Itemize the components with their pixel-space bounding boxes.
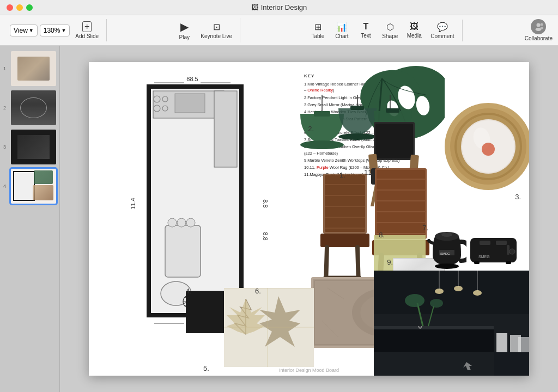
slide-num-3: 3 xyxy=(3,144,6,150)
title-bar-text: 🖼 Interior Design xyxy=(251,3,307,11)
slide-canvas[interactable]: 88.5 88.5 11.4 8.8 8.8 xyxy=(89,62,529,376)
window-controls xyxy=(7,4,33,11)
slide-panel[interactable]: 1 2 3 4 xyxy=(0,46,60,392)
play-group: ▶ Play ⊡ Keynote Live xyxy=(169,18,240,42)
kitchen-photo xyxy=(374,271,529,376)
svg-point-0 xyxy=(537,23,541,27)
canvas-area[interactable]: 88.5 88.5 11.4 8.8 8.8 xyxy=(60,46,558,392)
add-slide-button[interactable]: + Add Slide xyxy=(72,19,102,41)
play-icon: ▶ xyxy=(180,20,189,33)
svg-point-52 xyxy=(482,143,495,156)
svg-text:8.8: 8.8 xyxy=(262,199,269,207)
title-icon: 🖼 xyxy=(251,3,258,11)
star-tile xyxy=(224,288,314,367)
shape-icon: ⬡ xyxy=(386,22,394,32)
svg-point-23 xyxy=(177,218,186,227)
view-label: View xyxy=(14,27,28,34)
label-9: 9. xyxy=(387,258,393,266)
dark-tile xyxy=(186,291,228,333)
svg-point-2 xyxy=(541,23,543,26)
label-1: 1. xyxy=(339,171,345,179)
main-area: 1 2 3 4 xyxy=(0,46,558,392)
slide-item-4[interactable]: 4 xyxy=(11,169,56,204)
svg-point-119 xyxy=(473,290,482,296)
slide-thumb-1[interactable] xyxy=(11,51,56,86)
svg-text:88.5: 88.5 xyxy=(186,76,198,82)
play-button[interactable]: ▶ Play xyxy=(173,18,195,42)
svg-text:SMEG: SMEG xyxy=(478,255,490,259)
document-title: Interior Design xyxy=(261,3,307,11)
label-6: 6. xyxy=(255,287,261,295)
label-7: 7. xyxy=(422,224,428,232)
minimize-button[interactable] xyxy=(16,4,23,11)
text-icon: T xyxy=(363,22,368,32)
svg-rect-108 xyxy=(507,245,510,255)
svg-rect-41 xyxy=(350,106,364,110)
svg-rect-21 xyxy=(165,225,201,277)
text-button[interactable]: T Text xyxy=(355,20,377,41)
comment-icon: 💬 xyxy=(437,22,448,32)
svg-text:8.8: 8.8 xyxy=(262,232,269,240)
svg-rect-130 xyxy=(494,352,529,376)
svg-rect-69 xyxy=(320,234,369,247)
keynote-live-icon: ⊡ xyxy=(213,22,220,32)
slide-thumb-4-active[interactable] xyxy=(11,169,56,204)
svg-rect-113 xyxy=(374,271,529,314)
svg-point-100 xyxy=(441,232,452,237)
zoom-label: 130% xyxy=(44,27,60,34)
svg-point-126 xyxy=(405,294,424,307)
collaborate-icon xyxy=(531,19,546,34)
svg-point-118 xyxy=(454,286,463,291)
view-dropdown[interactable]: View ▼ xyxy=(10,24,38,36)
svg-point-22 xyxy=(168,218,177,227)
label-2: 2. xyxy=(308,125,314,133)
svg-rect-111 xyxy=(506,261,511,264)
svg-point-107 xyxy=(510,249,515,254)
svg-rect-124 xyxy=(374,326,494,329)
slide-num-2: 2 xyxy=(3,105,6,111)
svg-point-117 xyxy=(435,289,444,294)
smeg-kettle: SMEG xyxy=(427,225,466,272)
label-4: 4. xyxy=(186,287,192,295)
svg-rect-15 xyxy=(175,94,205,113)
svg-rect-54 xyxy=(375,124,413,158)
chart-button[interactable]: 📊 Chart xyxy=(331,20,353,41)
maximize-button[interactable] xyxy=(26,4,33,11)
close-button[interactable] xyxy=(7,4,13,11)
slide-item-1[interactable]: 1 xyxy=(11,51,56,86)
keynote-live-button[interactable]: ⊡ Keynote Live xyxy=(197,20,235,41)
svg-point-40 xyxy=(300,140,344,149)
svg-rect-105 xyxy=(480,241,490,245)
svg-rect-106 xyxy=(496,241,507,245)
slide-thumb-3[interactable] xyxy=(11,130,56,164)
svg-text:SMEG: SMEG xyxy=(440,252,450,255)
table-button[interactable]: ⊞ Table xyxy=(307,20,329,41)
title-bar: 🖼 Interior Design xyxy=(0,0,558,15)
slide-num-1: 1 xyxy=(3,66,6,71)
smeg-toaster: SMEG xyxy=(468,230,519,271)
shape-button[interactable]: ⬡ Shape xyxy=(379,20,401,41)
svg-text:11.4: 11.4 xyxy=(130,198,136,209)
svg-rect-39 xyxy=(314,111,330,117)
slide-num-4: 4 xyxy=(3,183,6,189)
media-button[interactable]: 🖼 Media xyxy=(403,20,425,41)
zoom-chevron-icon: ▼ xyxy=(61,28,66,33)
zoom-dropdown[interactable]: 130% ▼ xyxy=(40,24,70,36)
media-icon: 🖼 xyxy=(410,22,418,32)
label-5: 5. xyxy=(203,364,209,372)
slide-thumb-2[interactable] xyxy=(11,90,56,125)
collaborate-button[interactable]: Collaborate xyxy=(525,19,553,41)
slide-item-2[interactable]: 2 xyxy=(11,90,56,125)
table-icon: ⊞ xyxy=(314,22,322,32)
toolbar: View ▼ 130% ▼ + Add Slide ▶ Play ⊡ Keyno… xyxy=(0,15,558,46)
add-slide-icon: + xyxy=(82,21,92,32)
svg-rect-43 xyxy=(386,108,399,113)
slide-item-3[interactable]: 3 xyxy=(11,130,56,164)
svg-rect-74 xyxy=(377,170,425,237)
svg-rect-20 xyxy=(214,91,237,167)
comment-button[interactable]: 💬 Comment xyxy=(427,20,457,41)
view-chevron-icon: ▼ xyxy=(29,28,34,33)
svg-rect-110 xyxy=(474,261,480,264)
label-8: 8. xyxy=(379,231,385,239)
svg-point-103 xyxy=(435,264,459,269)
